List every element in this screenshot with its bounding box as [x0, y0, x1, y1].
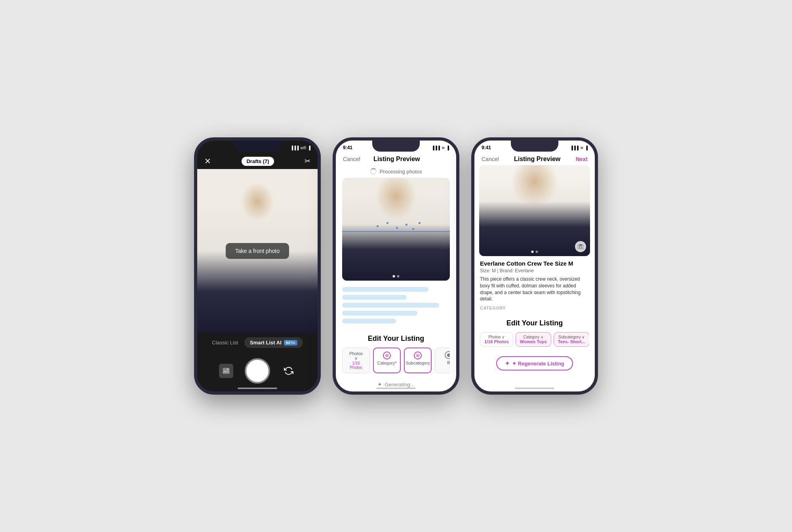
status-time-3: 9:41	[482, 145, 491, 150]
smart-mode-button[interactable]: Smart List AI BETA	[244, 337, 303, 348]
listing-indicators	[531, 251, 538, 253]
front-photo-label: Take a front photo	[226, 243, 289, 259]
mode-bar: Classic List Smart List AI BETA	[197, 332, 318, 353]
listing-description: This piece offers a classic crew neck, o…	[480, 276, 589, 302]
svg-rect-6	[579, 244, 582, 245]
indicator-dot-3	[531, 251, 534, 253]
photo-indicators-2	[393, 275, 400, 277]
edit-title-2: Edit Your Listing	[342, 334, 450, 343]
loading-fields	[336, 281, 456, 330]
classic-mode-label[interactable]: Classic List	[212, 340, 238, 346]
edit-title-3: Edit Your Listing	[480, 319, 589, 327]
cancel-button-2[interactable]: Cancel	[343, 156, 360, 162]
signal-icon-3: ▐▐▐	[570, 146, 579, 150]
tab3-category-label: Category ∨	[524, 335, 543, 339]
category-tab-icon: ⊕	[383, 352, 391, 359]
screen-listing: 9:41 ▐▐▐ ≋ ▐ Cancel Listing Preview Next	[474, 141, 595, 391]
generating-icon: ✦	[377, 381, 382, 388]
edit-tab-photos[interactable]: Photos ∨ 1/16 Photos	[342, 348, 370, 373]
tab3-subcategory-value: Tees- Short...	[558, 339, 585, 344]
close-icon[interactable]: ✕	[204, 156, 211, 166]
edit-tab-brand[interactable]: ⊕ B	[435, 348, 450, 373]
generating-label: Generating...	[385, 382, 414, 388]
scan-dot	[419, 222, 421, 224]
nav-title-3: Listing Preview	[514, 156, 560, 163]
screen-processing: 9:41 ▐▐▐ ≋ ▐ Cancel Listing Preview Proc…	[336, 141, 456, 391]
regen-icon: ✦	[505, 360, 510, 367]
subcategory-tab-label: Subcategory	[406, 361, 430, 365]
loading-bar	[342, 311, 417, 315]
edit-section-3: Edit Your Listing Photos ∨ 1/16 Photos C…	[474, 317, 595, 351]
flip-camera-icon[interactable]	[282, 364, 296, 378]
home-indicator-2	[376, 388, 416, 389]
tab3-subcategory[interactable]: Subcategory ∨ Tees- Short...	[554, 332, 589, 347]
generating-bar: ✦ Generating...	[336, 377, 456, 391]
drafts-badge[interactable]: Drafts (7)	[242, 157, 274, 166]
notch-1	[234, 141, 281, 152]
regen-label: ✦ Regenerate Listing	[512, 361, 564, 367]
screen-camera: ▐▐▐ wifi ▐ ✕ Drafts (7) ✂ Take a front p…	[197, 141, 318, 391]
listing-meta: Size: M | Brand: Everlane	[480, 268, 589, 274]
scan-dot	[386, 222, 388, 224]
indicator-dot	[397, 275, 400, 277]
processing-label: Processing photos	[380, 169, 422, 175]
photos-tab-label: Photos ∨	[347, 351, 365, 361]
camera-top-bar: ✕ Drafts (7) ✂	[197, 153, 318, 169]
regenerate-listing-button[interactable]: ✦ ✦ Regenerate Listing	[496, 356, 573, 370]
photos-tab-sub: 1/16 Photos	[347, 361, 365, 370]
photo-container-2	[342, 178, 450, 281]
cancel-button-3[interactable]: Cancel	[482, 156, 499, 162]
battery-icon: ▐	[308, 146, 310, 150]
shutter-inner	[247, 361, 268, 381]
processing-status: Processing photos	[336, 165, 456, 178]
edit-tab-subcategory[interactable]: ⊕ Subcategory	[404, 348, 432, 373]
processing-spinner	[370, 168, 377, 175]
camera-overlay-icon[interactable]	[575, 241, 586, 252]
notch-3	[511, 141, 558, 152]
listing-photo	[479, 165, 590, 256]
tab3-subcategory-label: Subcategory ∨	[558, 335, 584, 339]
brand-tab-icon: ⊕	[445, 351, 450, 359]
loading-bar	[342, 319, 396, 323]
listing-title: Everlane Cotton Crew Tee Size M	[480, 260, 589, 267]
beta-badge: BETA	[284, 340, 297, 346]
battery-icon-2: ▐	[446, 146, 449, 150]
gallery-icon[interactable]	[219, 364, 233, 378]
screens-container: ▐▐▐ wifi ▐ ✕ Drafts (7) ✂ Take a front p…	[194, 137, 598, 395]
nav-bar-3: Cancel Listing Preview Next	[474, 153, 595, 165]
nav-bar-2: Cancel Listing Preview	[336, 153, 456, 165]
shutter-button[interactable]	[245, 358, 270, 384]
phone-3: 9:41 ▐▐▐ ≋ ▐ Cancel Listing Preview Next	[471, 137, 598, 395]
scan-dot	[412, 228, 414, 230]
smart-mode-label: Smart List AI	[250, 340, 282, 346]
wifi-icon-3: ≋	[580, 146, 583, 150]
status-icons-1: ▐▐▐ wifi ▐	[290, 146, 310, 150]
scan-dot	[406, 224, 407, 226]
indicator-dot	[393, 275, 395, 277]
listing-photo-inner	[479, 165, 590, 256]
indicator-dot-3	[536, 251, 538, 253]
edit-tabs-3: Photos ∨ 1/16 Photos Category ∨ Women To…	[480, 332, 589, 348]
tab3-photos[interactable]: Photos ∨ 1/16 Photos	[480, 332, 513, 347]
nav-title-2: Listing Preview	[373, 156, 420, 163]
edit-tab-category[interactable]: ⊕ Category*	[373, 348, 401, 373]
status-icons-3: ▐▐▐ ≋ ▐	[570, 146, 588, 150]
subcategory-tab-icon: ⊕	[414, 352, 422, 359]
signal-icon-2: ▐▐▐	[432, 146, 440, 150]
home-indicator-1	[238, 388, 277, 389]
scissors-icon[interactable]: ✂	[305, 157, 310, 165]
home-indicator-3	[515, 388, 554, 389]
svg-point-5	[579, 246, 582, 248]
tab3-category[interactable]: Category ∨ Women Tops	[516, 332, 551, 347]
next-button-3[interactable]: Next	[576, 156, 588, 162]
loading-bar	[342, 295, 407, 300]
edit-section-2: Edit Your Listing Photos ∨ 1/16 Photos ⊕…	[336, 330, 456, 377]
loading-bar	[342, 287, 428, 292]
brand-tab-label: B	[447, 360, 450, 365]
signal-icon: ▐▐▐	[290, 146, 299, 150]
svg-point-3	[227, 369, 228, 370]
phone-1: ▐▐▐ wifi ▐ ✕ Drafts (7) ✂ Take a front p…	[194, 137, 321, 395]
tab3-photos-label: Photos ∨	[488, 335, 505, 339]
category-tab-label: Category*	[377, 361, 397, 365]
loading-bar	[342, 303, 439, 308]
